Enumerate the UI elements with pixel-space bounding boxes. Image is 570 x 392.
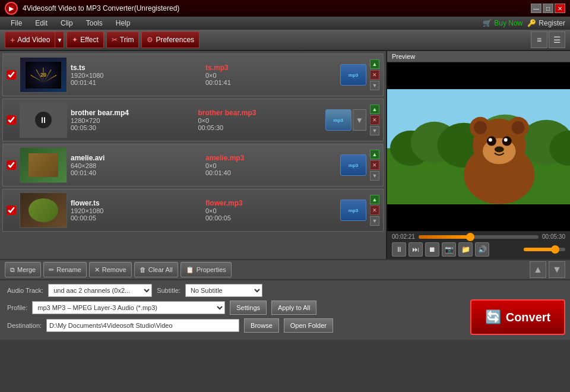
move-up-1[interactable]: ▲	[370, 59, 379, 69]
move-down-3[interactable]: ▼	[370, 171, 379, 181]
window-controls: — □ ✕	[531, 4, 565, 13]
maximize-button[interactable]: □	[543, 4, 553, 13]
output-duration-3: 00:01:40	[205, 169, 337, 176]
profile-select[interactable]: mp3 MP3 – MPEG Layer-3 Audio (*.mp3)	[32, 301, 225, 314]
detail-view-button[interactable]: ☰	[549, 31, 565, 48]
add-video-main-button[interactable]: + Add Video	[5, 31, 55, 48]
audio-track-select[interactable]: und aac 2 channels (0x2...	[48, 284, 152, 297]
volume-thumb	[551, 245, 559, 254]
destination-label: Destination:	[7, 322, 42, 329]
menu-file[interactable]: File	[5, 18, 28, 29]
file-checkbox-2[interactable]	[7, 115, 16, 125]
volume-button[interactable]: 🔊	[475, 242, 489, 257]
svg-point-13	[512, 121, 525, 134]
delete-2[interactable]: ✕	[370, 115, 379, 125]
move-down-1[interactable]: ▼	[370, 81, 379, 90]
file-duration-4: 00:00:05	[71, 214, 202, 222]
file-checkbox-3[interactable]	[7, 160, 16, 170]
trim-button[interactable]: ✂ Trim	[106, 31, 140, 48]
stop-button[interactable]: ⏹	[425, 242, 439, 257]
list-view-button[interactable]: ≡	[531, 31, 547, 48]
output-name-4: flower.mp3	[205, 199, 337, 207]
remove-button[interactable]: ✕ Remove	[89, 262, 132, 277]
format-button-4[interactable]: mp3	[340, 200, 366, 221]
file-name-4: flower.ts	[71, 199, 202, 207]
playback-controls: ⏸ ⏭ ⏹ 📷 📁 🔊	[392, 242, 565, 257]
close-button[interactable]: ✕	[555, 4, 565, 13]
time-total: 00:05:30	[542, 233, 565, 240]
properties-button[interactable]: 📋 Properties	[180, 262, 232, 277]
rename-button[interactable]: ✏ Rename	[43, 262, 87, 277]
effect-button[interactable]: ✦ Effect	[66, 31, 103, 48]
settings-button[interactable]: Settings	[230, 301, 267, 315]
app-title: 4Videosoft Video to MP3 Converter(Unregi…	[23, 4, 179, 12]
add-video-dropdown[interactable]: ▼	[55, 31, 64, 48]
progress-thumb	[466, 233, 474, 241]
move-down-global[interactable]: ▼	[549, 261, 565, 278]
clear-all-button[interactable]: 🗑 Clear All	[134, 262, 178, 277]
file-actions-2: ▲ ✕ ▼	[370, 105, 379, 135]
move-up-global[interactable]: ▲	[530, 261, 546, 278]
output-info-2: brother bear.mp3 0×0 00:05:30	[198, 109, 321, 131]
file-item: ⏸ brother bear.mp4 1280×720 00:05:30 bro…	[2, 99, 384, 141]
gear-icon: ⚙	[147, 36, 153, 44]
convert-area: 🔄 Convert	[470, 299, 565, 335]
subtitle-label: Subtitle:	[157, 287, 180, 294]
minimize-button[interactable]: —	[531, 4, 542, 13]
pause-button[interactable]: ⏸	[392, 242, 406, 257]
move-up-4[interactable]: ▲	[370, 195, 379, 204]
delete-3[interactable]: ✕	[370, 160, 379, 170]
preferences-button[interactable]: ⚙ Preferences	[141, 31, 200, 48]
move-down-4[interactable]: ▼	[370, 216, 379, 226]
file-checkbox-4[interactable]	[7, 206, 16, 215]
merge-button[interactable]: ⧉ Merge	[5, 262, 41, 277]
thumbnail-4	[20, 192, 67, 228]
destination-input[interactable]	[46, 319, 239, 332]
buy-now-link[interactable]: 🛒 Buy Now	[483, 19, 522, 27]
file-info-4: flower.ts 1920×1080 00:00:05	[71, 199, 202, 222]
subtitle-select[interactable]: No Subtitle	[185, 284, 262, 297]
format-button-2[interactable]: mp3	[325, 109, 352, 131]
preview-controls: 00:02:21 00:05:30 ⏸ ⏭ ⏹ 📷 📁 🔊	[387, 231, 570, 259]
title-bar: ▶ 4Videosoft Video to MP3 Converter(Unre…	[0, 0, 570, 17]
format-button-3[interactable]: mp3	[340, 154, 366, 176]
progress-track[interactable]	[419, 235, 539, 239]
move-up-2[interactable]: ▲	[370, 105, 379, 114]
folder-button[interactable]: 📁	[458, 242, 473, 257]
preview-video	[387, 62, 570, 231]
register-link[interactable]: 🔑 Register	[527, 19, 565, 27]
screenshot-button[interactable]: 📷	[442, 242, 456, 257]
move-down-2[interactable]: ▼	[370, 126, 379, 135]
menu-tools[interactable]: Tools	[80, 18, 109, 29]
add-video-btn: + Add Video ▼	[5, 31, 64, 48]
file-info-3: amelie.avi 640×288 00:01:40	[71, 154, 202, 176]
open-folder-button[interactable]: Open Folder	[284, 318, 333, 333]
output-dims-3: 0×0	[205, 162, 337, 169]
delete-4[interactable]: ✕	[370, 206, 379, 215]
format-dropdown-2[interactable]: ▼	[353, 109, 366, 131]
rename-icon: ✏	[49, 266, 54, 274]
toolbar: + Add Video ▼ ✦ Effect ✂ Trim ⚙ Preferen…	[0, 30, 570, 51]
step-forward-button[interactable]: ⏭	[408, 242, 423, 257]
convert-button[interactable]: 🔄 Convert	[470, 299, 565, 335]
menu-help[interactable]: Help	[110, 18, 137, 29]
menu-edit[interactable]: Edit	[29, 18, 53, 29]
format-button-1[interactable]: mp3	[340, 64, 366, 86]
output-dims-4: 0×0	[205, 207, 337, 214]
move-up-3[interactable]: ▲	[370, 150, 379, 159]
actions-bar: ⧉ Merge ✏ Rename ✕ Remove 🗑 Clear All 📋 …	[0, 259, 570, 280]
output-name-1: ts.mp3	[205, 64, 337, 72]
browse-button[interactable]: Browse	[244, 318, 279, 333]
key-icon: 🔑	[527, 19, 536, 27]
menu-clip[interactable]: Clip	[55, 18, 79, 29]
file-checkbox-1[interactable]	[7, 70, 16, 80]
volume-track[interactable]	[524, 248, 565, 251]
output-dims-2: 0×0	[198, 117, 321, 124]
apply-to-all-button[interactable]: Apply to All	[271, 301, 316, 315]
output-info-3: amelie.mp3 0×0 00:01:40	[205, 154, 337, 176]
delete-1[interactable]: ✕	[370, 70, 379, 80]
file-actions-3: ▲ ✕ ▼	[370, 150, 379, 181]
mp3-icon-2: mp3	[334, 118, 343, 123]
time-current: 00:02:21	[392, 233, 415, 240]
merge-icon: ⧉	[10, 266, 15, 274]
